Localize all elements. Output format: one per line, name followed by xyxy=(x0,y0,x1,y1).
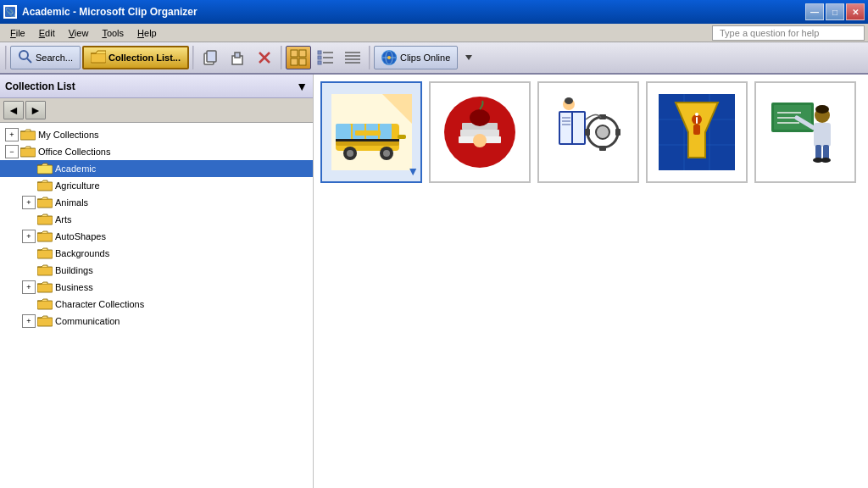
svg-rect-34 xyxy=(37,199,53,208)
tree-container[interactable]: + My Collections− Office Collections Aca… xyxy=(0,123,313,488)
tree-item-my-collections[interactable]: + My Collections xyxy=(0,126,313,143)
svg-rect-41 xyxy=(37,318,53,326)
clips-online-button[interactable]: Clips Online xyxy=(374,46,458,69)
title-bar: 📎 Academic - Microsoft Clip Organizer — … xyxy=(0,0,868,24)
svg-text:📎: 📎 xyxy=(5,7,16,18)
tree-item-animals[interactable]: + Animals xyxy=(0,194,313,211)
tree-item-label-animals: Animals xyxy=(55,197,88,208)
svg-point-93 xyxy=(815,105,829,114)
menu-bar: File Edit View Tools Help Type a questio… xyxy=(0,24,868,42)
tree-item-label-agriculture: Agriculture xyxy=(55,180,100,191)
menu-file[interactable]: File xyxy=(3,26,32,40)
tree-item-label-communication: Communication xyxy=(55,316,120,326)
menu-help[interactable]: Help xyxy=(131,26,164,40)
folder-icon-animals xyxy=(37,197,53,208)
maximize-button[interactable]: □ xyxy=(826,3,844,20)
tree-item-arts[interactable]: Arts xyxy=(0,211,313,228)
svg-rect-55 xyxy=(336,139,399,141)
folder-icon-buildings xyxy=(37,264,53,276)
collection-list-label: Collection List... xyxy=(108,53,181,63)
content-area: ▼ xyxy=(314,75,868,488)
nav-back-button[interactable]: ◄ xyxy=(3,101,24,119)
clip-item-school-bus[interactable]: ▼ xyxy=(320,81,422,183)
search-button[interactable]: Search... xyxy=(10,46,81,69)
expand-btn-autoshapes[interactable]: + xyxy=(22,230,36,243)
tree-item-autoshapes[interactable]: + AutoShapes xyxy=(0,228,313,245)
nav-forward-button[interactable]: ► xyxy=(25,101,46,119)
folder-icon-agriculture xyxy=(37,180,53,191)
tree-item-label-backgrounds: Backgrounds xyxy=(55,248,109,258)
tree-item-buildings[interactable]: Buildings xyxy=(0,262,313,279)
clip-thumbnail-books-apple xyxy=(437,90,522,175)
delete-button[interactable] xyxy=(252,46,277,69)
thumbnail-view-button[interactable] xyxy=(286,46,311,69)
svg-rect-36 xyxy=(37,233,53,241)
copy-button[interactable] xyxy=(198,46,223,69)
toolbar-dropdown-button[interactable] xyxy=(459,46,478,69)
folder-icon-arts xyxy=(37,214,53,225)
sidebar-dropdown-arrow[interactable]: ▼ xyxy=(296,80,308,93)
paste-button[interactable] xyxy=(225,46,250,69)
tree-item-label-arts: Arts xyxy=(55,214,72,225)
expand-btn-my-collections[interactable]: + xyxy=(5,128,19,141)
tree-item-agriculture[interactable]: Agriculture xyxy=(0,177,313,194)
clip-dropdown-indicator[interactable]: ▼ xyxy=(407,164,419,178)
tree-item-backgrounds[interactable]: Backgrounds xyxy=(0,245,313,262)
clip-item-book-gears[interactable] xyxy=(537,81,639,183)
sidebar-header: Collection List ▼ xyxy=(0,75,313,98)
tree-item-business[interactable]: + Business xyxy=(0,279,313,296)
svg-point-99 xyxy=(821,158,831,163)
collection-list-button[interactable]: Collection List... xyxy=(82,46,189,69)
svg-rect-73 xyxy=(585,129,590,136)
list-view-button[interactable] xyxy=(313,46,338,69)
svg-rect-4 xyxy=(91,53,106,63)
svg-point-51 xyxy=(347,150,353,157)
svg-point-62 xyxy=(473,134,487,147)
clip-item-funnel[interactable] xyxy=(646,81,748,183)
clip-item-books-apple[interactable] xyxy=(429,81,531,183)
svg-rect-38 xyxy=(37,267,53,275)
menu-tools[interactable]: Tools xyxy=(95,26,131,40)
tree-item-office-collections[interactable]: − Office Collections xyxy=(0,143,313,160)
expand-btn-communication[interactable]: + xyxy=(22,314,36,328)
minimize-button[interactable]: — xyxy=(805,3,824,20)
svg-rect-11 xyxy=(291,50,298,57)
details-view-button[interactable] xyxy=(340,46,365,69)
tree-item-character-collections[interactable]: Character Collections xyxy=(0,296,313,313)
toolbar-sep-1 xyxy=(5,46,7,69)
search-icon xyxy=(18,49,33,66)
svg-line-3 xyxy=(27,58,31,63)
tree-item-label-my-collections: My Collections xyxy=(38,130,99,140)
svg-rect-14 xyxy=(299,58,306,65)
tree-item-label-academic: Academic xyxy=(55,164,96,174)
svg-rect-6 xyxy=(207,51,216,62)
expand-btn-business[interactable]: + xyxy=(22,280,36,294)
app-title: Academic - Microsoft Clip Organizer xyxy=(22,6,805,18)
clip-thumbnail-teacher xyxy=(763,90,848,175)
folder-icon-business xyxy=(37,281,53,293)
folder-icon-academic xyxy=(37,163,53,175)
folder-icon-backgrounds xyxy=(37,247,53,259)
svg-rect-37 xyxy=(37,250,53,258)
folder-icon-communication xyxy=(37,315,53,327)
svg-rect-15 xyxy=(318,51,321,54)
menu-edit[interactable]: Edit xyxy=(32,26,62,40)
toolbar-sep-3 xyxy=(281,46,282,69)
folder-icon-character-collections xyxy=(37,298,53,310)
tree-item-academic[interactable]: Academic xyxy=(0,160,313,177)
tree-item-label-buildings: Buildings xyxy=(55,265,93,275)
svg-rect-48 xyxy=(380,124,392,139)
expand-btn-office-collections[interactable]: − xyxy=(5,145,19,158)
svg-rect-72 xyxy=(599,146,606,151)
clip-item-teacher[interactable] xyxy=(754,81,856,183)
help-search-box[interactable]: Type a question for help xyxy=(712,25,865,41)
tree-item-communication[interactable]: + Communication xyxy=(0,313,313,330)
close-button[interactable]: ✕ xyxy=(846,3,865,20)
svg-marker-29 xyxy=(465,55,472,60)
svg-rect-13 xyxy=(291,58,298,65)
svg-rect-17 xyxy=(318,61,321,64)
menu-view[interactable]: View xyxy=(62,26,96,40)
toolbar-sep-2 xyxy=(192,46,194,69)
tree-item-label-office-collections: Office Collections xyxy=(38,147,110,157)
expand-btn-animals[interactable]: + xyxy=(22,196,36,209)
